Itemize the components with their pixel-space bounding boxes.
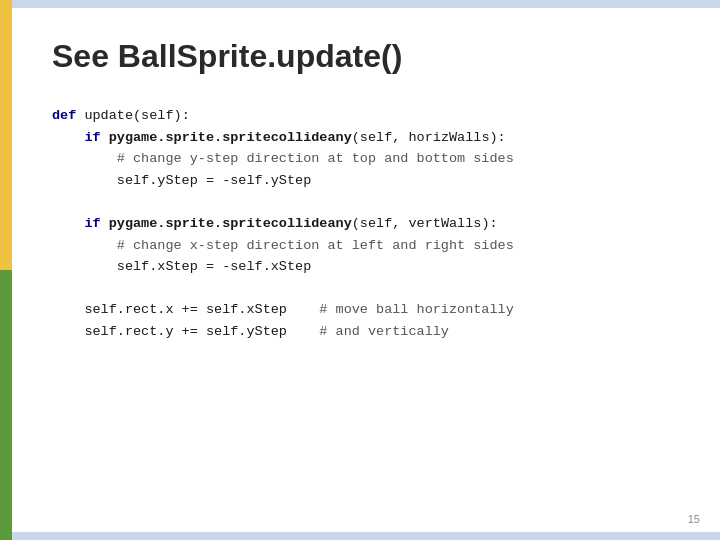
code-line-1: def update(self): bbox=[52, 105, 680, 127]
code-block: def update(self): if pygame.sprite.sprit… bbox=[52, 105, 680, 343]
code-line-4: self.yStep = -self.yStep bbox=[52, 170, 680, 192]
comment-2: # change x-step direction at left and ri… bbox=[117, 238, 514, 253]
keyword-if-2: if bbox=[84, 216, 100, 231]
func-spritecollideany-1: pygame.sprite.spritecollideany bbox=[109, 130, 352, 145]
code-line-8: self.xStep = -self.xStep bbox=[52, 256, 680, 278]
blank-line-2 bbox=[52, 278, 680, 300]
func-spritecollideany-2: pygame.sprite.spritecollideany bbox=[109, 216, 352, 231]
top-bar bbox=[12, 0, 720, 8]
code-line-3: # change y-step direction at top and bot… bbox=[52, 148, 680, 170]
bottom-bar bbox=[12, 532, 720, 540]
code-line-6: if pygame.sprite.spritecollideany(self, … bbox=[52, 213, 680, 235]
blank-line-1 bbox=[52, 191, 680, 213]
comment-1: # change y-step direction at top and bot… bbox=[117, 151, 514, 166]
code-line-2: if pygame.sprite.spritecollideany(self, … bbox=[52, 127, 680, 149]
keyword-def: def bbox=[52, 108, 76, 123]
main-content: See BallSprite.update() def update(self)… bbox=[12, 8, 720, 532]
code-line-10: self.rect.x += self.xStep # move ball ho… bbox=[52, 299, 680, 321]
left-bar-yellow bbox=[0, 0, 12, 270]
keyword-if-1: if bbox=[84, 130, 100, 145]
code-line-11: self.rect.y += self.yStep # and vertical… bbox=[52, 321, 680, 343]
page-title: See BallSprite.update() bbox=[52, 38, 680, 75]
code-line-7: # change x-step direction at left and ri… bbox=[52, 235, 680, 257]
left-bar-green bbox=[0, 270, 12, 540]
comment-3: # move ball horizontally bbox=[319, 302, 513, 317]
page-number: 15 bbox=[688, 513, 700, 525]
comment-4: # and vertically bbox=[319, 324, 449, 339]
